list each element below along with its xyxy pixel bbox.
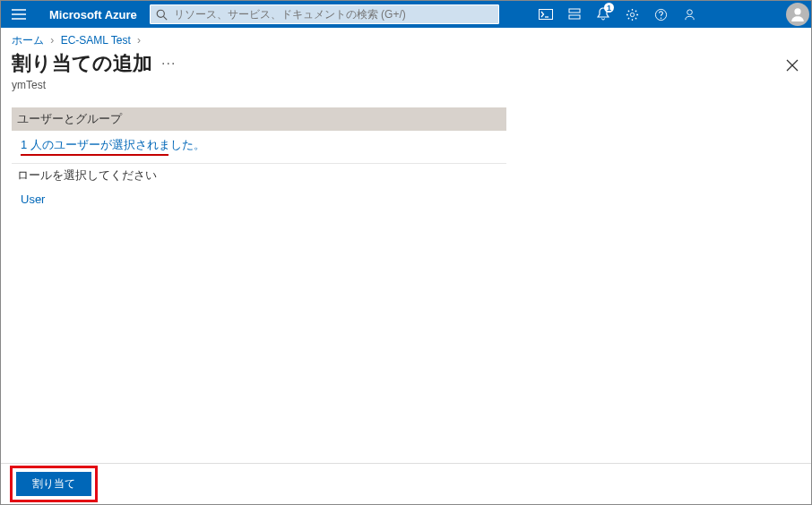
footer-bar: 割り当て — [1, 463, 811, 504]
more-actions-button[interactable]: ··· — [161, 56, 176, 72]
page-subtitle: ymTest — [12, 79, 800, 91]
svg-rect-5 — [569, 15, 580, 19]
svg-point-6 — [630, 13, 634, 16]
notifications-button[interactable]: 1 — [589, 1, 618, 28]
settings-button[interactable] — [618, 1, 646, 28]
breadcrumb-app[interactable]: EC-SAML Test — [61, 34, 131, 47]
search-icon — [151, 9, 174, 21]
svg-line-1 — [164, 16, 168, 20]
account-area[interactable] — [704, 1, 811, 28]
person-icon — [790, 6, 806, 22]
assign-button[interactable]: 割り当て — [16, 472, 91, 496]
feedback-button[interactable] — [675, 1, 704, 28]
notifications-badge: 1 — [604, 3, 614, 13]
hamburger-icon — [12, 9, 26, 20]
feedback-icon — [683, 8, 696, 21]
svg-rect-2 — [540, 10, 553, 20]
users-selected-link[interactable]: 1 人のユーザーが選択されました。 — [21, 138, 205, 151]
filter-icon — [568, 8, 581, 21]
chevron-right-icon: › — [137, 34, 141, 47]
directories-button[interactable] — [560, 1, 589, 28]
svg-rect-4 — [569, 9, 580, 13]
global-search[interactable] — [150, 4, 499, 24]
help-button[interactable] — [646, 1, 675, 28]
cloud-shell-icon — [539, 9, 553, 20]
users-selected-row[interactable]: 1 人のユーザーが選択されました。 — [12, 131, 506, 163]
hamburger-menu[interactable] — [1, 1, 37, 28]
avatar — [786, 3, 809, 26]
chevron-right-icon: › — [50, 34, 54, 47]
close-icon — [786, 59, 799, 72]
close-button[interactable] — [786, 59, 799, 72]
page-title: 割り当ての追加 — [12, 50, 152, 77]
highlight-underline — [21, 154, 168, 156]
breadcrumb-home[interactable]: ホーム — [12, 34, 44, 47]
breadcrumb: ホーム › EC-SAML Test › — [1, 28, 811, 48]
assignment-section: ユーザーとグループ 1 人のユーザーが選択されました。 ロールを選択してください… — [12, 107, 506, 211]
assign-highlight: 割り当て — [10, 466, 98, 502]
svg-point-8 — [660, 17, 661, 19]
search-input[interactable] — [174, 5, 498, 23]
brand-label: Microsoft Azure — [37, 8, 150, 21]
svg-point-10 — [794, 8, 800, 14]
role-select-value[interactable]: User — [12, 187, 506, 211]
svg-point-0 — [157, 10, 164, 17]
help-icon — [654, 8, 668, 21]
role-select-label: ロールを選択してください — [12, 163, 506, 187]
users-groups-header: ユーザーとグループ — [12, 107, 506, 131]
gear-icon — [626, 8, 639, 21]
svg-point-9 — [687, 9, 692, 14]
cloud-shell-button[interactable] — [531, 1, 560, 28]
